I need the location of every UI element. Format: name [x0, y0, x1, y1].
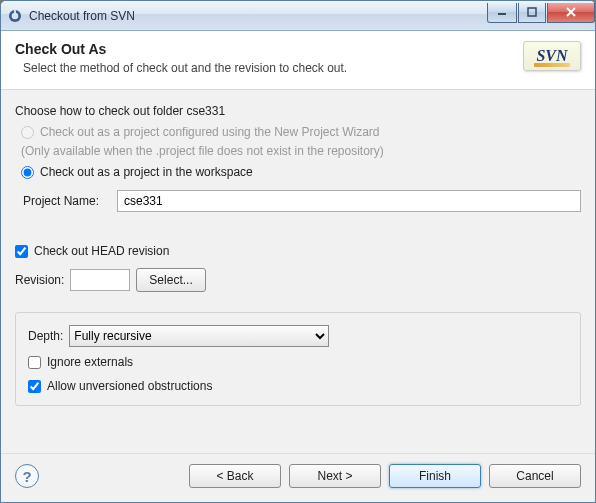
wizard-footer: ? < Back Next > Finish Cancel — [1, 453, 595, 502]
radio-configured-project: Check out as a project configured using … — [15, 124, 581, 140]
head-revision-label: Check out HEAD revision — [34, 244, 169, 258]
finish-button[interactable]: Finish — [389, 464, 481, 488]
allow-unversioned-row[interactable]: Allow unversioned obstructions — [28, 377, 568, 395]
next-button[interactable]: Next > — [289, 464, 381, 488]
help-icon[interactable]: ? — [15, 464, 39, 488]
depth-label: Depth: — [28, 329, 63, 343]
select-revision-button[interactable]: Select... — [136, 268, 205, 292]
ignore-externals-row[interactable]: Ignore externals — [28, 353, 568, 371]
revision-input[interactable] — [70, 269, 130, 291]
svg-rect-4 — [528, 8, 536, 16]
minimize-button[interactable] — [487, 3, 517, 23]
configured-hint: (Only available when the .project file d… — [15, 144, 581, 158]
radio-workspace-project[interactable]: Check out as a project in the workspace — [15, 164, 581, 180]
revision-label: Revision: — [15, 273, 64, 287]
radio-configured-label: Check out as a project configured using … — [40, 125, 380, 139]
radio-workspace-input[interactable] — [21, 166, 34, 179]
radio-configured-input — [21, 126, 34, 139]
radio-workspace-label: Check out as a project in the workspace — [40, 165, 253, 179]
close-button[interactable] — [547, 3, 595, 23]
window-controls — [486, 3, 595, 23]
project-name-input[interactable] — [117, 190, 581, 212]
depth-row: Depth: Fully recursive — [28, 325, 568, 347]
svg-rect-2 — [14, 10, 16, 13]
wizard-header: Check Out As Select the method of check … — [1, 31, 595, 90]
choose-prompt: Choose how to check out folder cse331 — [15, 104, 581, 118]
revision-row: Revision: Select... — [15, 268, 581, 292]
allow-unversioned-checkbox[interactable] — [28, 380, 41, 393]
svg-rect-3 — [498, 13, 506, 15]
ignore-externals-checkbox[interactable] — [28, 356, 41, 369]
cancel-button[interactable]: Cancel — [489, 464, 581, 488]
maximize-button[interactable] — [518, 3, 546, 23]
options-group: Depth: Fully recursive Ignore externals … — [15, 312, 581, 406]
app-icon — [7, 8, 23, 24]
depth-select[interactable]: Fully recursive — [69, 325, 329, 347]
project-name-label: Project Name: — [23, 194, 109, 208]
project-name-row: Project Name: — [15, 184, 581, 216]
back-button[interactable]: < Back — [189, 464, 281, 488]
ignore-externals-label: Ignore externals — [47, 355, 133, 369]
titlebar[interactable]: Checkout from SVN — [1, 1, 595, 31]
dialog-window: Checkout from SVN Check Out As Select th… — [0, 0, 596, 503]
wizard-body: Choose how to check out folder cse331 Ch… — [1, 90, 595, 453]
svg-point-1 — [12, 12, 19, 19]
wizard-subtitle: Select the method of check out and the r… — [15, 61, 523, 75]
head-revision-checkbox[interactable] — [15, 245, 28, 258]
head-revision-row[interactable]: Check out HEAD revision — [15, 242, 581, 260]
svn-logo-icon: SVN — [523, 41, 581, 71]
window-title: Checkout from SVN — [29, 9, 486, 23]
allow-unversioned-label: Allow unversioned obstructions — [47, 379, 212, 393]
wizard-title: Check Out As — [15, 41, 523, 57]
